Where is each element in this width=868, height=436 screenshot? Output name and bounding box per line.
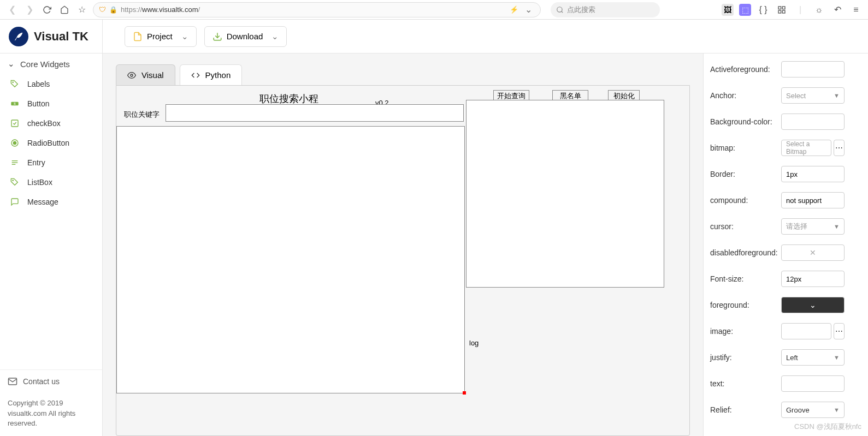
canvas-log-label[interactable]: log (466, 338, 482, 348)
sidebar-item-labels[interactable]: Labels (0, 74, 102, 94)
feather-icon (9, 27, 28, 46)
chevron-down-icon[interactable]: ⌄ (522, 3, 535, 16)
prop-bitmap-select[interactable]: Select a Bitmap (781, 140, 831, 156)
prop-image-browse[interactable]: ⋯ (834, 323, 845, 339)
project-button[interactable]: Project ⌄ (125, 26, 197, 47)
prop-label: justify: (710, 353, 781, 362)
prop-relief-select[interactable]: Groove▼ (781, 402, 845, 418)
prop-justify-select[interactable]: Left▼ (781, 349, 845, 366)
address-bar[interactable]: 🛡 🔒 https://www.visualtk.com/ ⚡ ⌄ (93, 2, 541, 17)
search-placeholder: 点此搜索 (567, 5, 595, 15)
sidebar-item-listbox[interactable]: ListBox (0, 172, 102, 192)
chevron-down-icon: ▼ (834, 92, 840, 99)
star-icon[interactable]: ☆ (75, 3, 88, 16)
url-text: https://www.visualtk.com/ (121, 5, 200, 14)
browser-toolbar: ❮ ❯ ☆ 🛡 🔒 https://www.visualtk.com/ ⚡ ⌄ … (0, 0, 868, 20)
code-icon (191, 71, 200, 80)
tag-icon (10, 79, 20, 89)
entry-icon (10, 158, 20, 168)
chevron-down-icon: ⌄ (8, 59, 15, 69)
prop-foreground-input[interactable]: ⌄ (781, 297, 845, 313)
tabs: Visual Python (116, 64, 690, 85)
contact-link[interactable]: Contact us (8, 377, 95, 386)
svg-rect-10 (11, 120, 18, 127)
prop-disabledfg-input[interactable] (781, 244, 845, 261)
eye-icon (127, 71, 136, 80)
message-icon (10, 197, 20, 207)
bolt-icon: ⚡ (510, 5, 518, 14)
prop-activeforeground-input[interactable] (781, 61, 845, 77)
prop-label: Background-color: (710, 117, 781, 126)
canvas-keyword-label[interactable]: 职位关键字 (121, 109, 163, 121)
svg-point-7 (13, 82, 13, 82)
image-tool-icon[interactable]: 🖼 (722, 4, 734, 16)
browser-search-input[interactable]: 点此搜索 (551, 2, 660, 17)
properties-panel: Activeforeground: Anchor:Select▼ Backgro… (703, 53, 868, 436)
prop-label: Activeforeground: (710, 65, 781, 74)
prop-text-input[interactable] (781, 375, 845, 392)
radio-icon (10, 138, 20, 148)
sidebar-item-message[interactable]: Message (0, 192, 102, 212)
chevron-down-icon: ▼ (834, 407, 840, 413)
center-panel: Visual Python 职位搜索小程序 v0.2 开始查询 黑名单 初始化 … (103, 53, 703, 436)
prop-label: foreground: (710, 301, 781, 309)
menu-icon[interactable]: ≡ (849, 3, 863, 16)
prop-label: Anchor: (710, 91, 781, 100)
toolbar: Project ⌄ Download ⌄ (103, 26, 287, 47)
grid-icon[interactable] (775, 3, 788, 16)
prop-border-input[interactable] (781, 166, 845, 182)
prop-image-input[interactable] (781, 323, 831, 339)
canvas-log-listbox[interactable] (466, 290, 664, 393)
resize-handle-icon[interactable] (463, 391, 466, 395)
tab-label: Visual (141, 70, 164, 80)
svg-point-18 (131, 74, 133, 76)
svg-rect-5 (782, 10, 785, 13)
contact-label: Contact us (23, 377, 60, 386)
undo-icon[interactable]: ↶ (831, 3, 844, 16)
reload-icon[interactable] (40, 3, 54, 16)
prop-label: compound: (710, 196, 781, 205)
nav-forward-icon[interactable]: ❯ (23, 3, 36, 16)
canvas-main-listbox[interactable] (116, 126, 465, 393)
prop-anchor-select[interactable]: Select▼ (781, 87, 845, 104)
sidebar-item-radio[interactable]: RadioButton (0, 133, 102, 153)
home-icon[interactable] (58, 3, 71, 16)
tab-visual[interactable]: Visual (116, 64, 175, 85)
prop-fontsize-input[interactable] (781, 271, 845, 287)
sidebar-item-button[interactable]: BButton (0, 94, 102, 114)
button-icon: B (10, 99, 20, 109)
download-button[interactable]: Download ⌄ (204, 26, 287, 47)
tab-python[interactable]: Python (180, 64, 243, 85)
prop-label: bitmap: (710, 144, 781, 152)
file-icon (133, 32, 143, 41)
chevron-down-icon: ⌄ (271, 32, 279, 41)
prop-cursor-select[interactable]: 请选择▼ (781, 218, 845, 235)
sidebar-item-label: ListBox (27, 178, 52, 187)
chevron-down-icon: ▼ (834, 354, 840, 361)
canvas-keyword-entry[interactable] (166, 104, 464, 122)
design-canvas[interactable]: 职位搜索小程序 v0.2 开始查询 黑名单 初始化 职位关键字 log (116, 85, 690, 436)
app-title: Visual TK (34, 29, 88, 44)
sidebar-header[interactable]: ⌄ Core Widgets (0, 53, 102, 74)
prop-label: disabledforeground: (710, 248, 781, 257)
download-label: Download (227, 32, 263, 41)
sidebar-item-checkbox[interactable]: checkBox (0, 114, 102, 133)
sidebar-item-entry[interactable]: Entry (0, 153, 102, 172)
canvas-right-listbox[interactable] (466, 100, 664, 288)
sidebar-item-label: Message (27, 198, 58, 206)
prop-label: Border: (710, 170, 781, 178)
prop-background-input[interactable] (781, 114, 845, 130)
nav-back-icon[interactable]: ❮ (5, 3, 19, 16)
prop-label: Font-size: (710, 274, 781, 283)
logo[interactable]: Visual TK (0, 20, 103, 53)
sun-icon[interactable]: ☼ (812, 3, 825, 16)
app-topbar: Visual TK Project ⌄ Download ⌄ (0, 20, 868, 53)
svg-point-0 (557, 7, 562, 11)
code-icon[interactable]: { } (757, 3, 770, 16)
extension-icon[interactable]: ⬚ (739, 4, 751, 16)
prop-compound-input[interactable] (781, 192, 845, 208)
sidebar: ⌄ Core Widgets Labels BButton checkBox R… (0, 53, 103, 436)
tab-label: Python (205, 70, 231, 80)
prop-bitmap-browse[interactable]: ⋯ (834, 140, 845, 156)
prop-label: Relief: (710, 405, 781, 414)
